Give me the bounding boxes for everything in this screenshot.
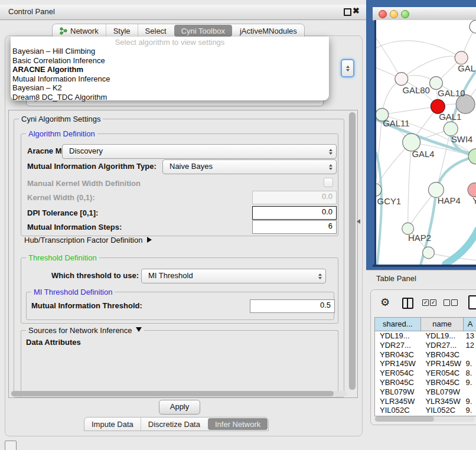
inference-algorithm-combo-arrow[interactable] [341, 59, 354, 77]
which-threshold-label: Which threshold to use: [51, 271, 139, 280]
column-layout-icon[interactable] [402, 298, 413, 309]
network-node-gal10[interactable] [429, 77, 442, 90]
network-node[interactable] [470, 20, 476, 33]
gear-icon[interactable]: ⚙ [380, 296, 390, 309]
bottom-tab-discretize-data[interactable]: Discretize Data [141, 418, 207, 431]
tab-style[interactable]: Style [106, 24, 138, 37]
network-canvas-frame [373, 265, 476, 267]
hub-expander[interactable]: Hub/Transcription Factor Definition [24, 236, 152, 247]
table-header-1[interactable]: shared... [375, 318, 421, 331]
apply-button[interactable]: Apply [159, 400, 200, 415]
mi-steps-label: Mutual Information Steps: [27, 223, 122, 231]
network-window-titlebar[interactable] [373, 7, 476, 21]
network-node-gal80[interactable] [395, 73, 408, 86]
tab-jactivemnodules[interactable]: jActiveMNodules [233, 24, 304, 37]
which-threshold-value: MI Threshold [148, 271, 193, 280]
mi-type-combo[interactable]: Naive Bayes [162, 159, 337, 174]
network-node[interactable] [423, 247, 435, 259]
close-icon[interactable]: ✖ [353, 6, 360, 15]
mi-threshold-field[interactable]: 0.5 [250, 299, 335, 313]
kernel-width-field[interactable]: 0.0 [252, 191, 337, 204]
table-row[interactable]: YBR043CYBR043C [375, 350, 476, 360]
aracne-mode-combo[interactable]: Discovery [62, 144, 337, 159]
tab-network[interactable]: Network [53, 24, 106, 37]
minimize-traffic-light-icon[interactable] [390, 10, 398, 18]
table-cell: 13 [464, 331, 476, 341]
table-row[interactable]: YPR145WYPR145W9. [375, 359, 476, 369]
table-row[interactable]: YBL079WYBL079W [375, 387, 476, 397]
zoom-traffic-light-icon[interactable] [401, 10, 409, 18]
algorithm-option[interactable]: ARACNE Algorithm [12, 65, 319, 74]
tab-label: Infer Network [215, 420, 260, 429]
network-node-label: GAL [458, 64, 475, 73]
algorithm-definition-legend: Algorithm Definition [26, 129, 97, 138]
bottom-tab-infer-network[interactable]: Infer Network [208, 418, 268, 430]
checked-column-icon[interactable]: ✓ [422, 299, 429, 306]
which-threshold-combo[interactable]: MI Threshold [141, 269, 326, 283]
algorithm-option[interactable]: Mutual Information Inference [12, 74, 319, 83]
network-node-hap4[interactable] [428, 182, 444, 198]
network-node-y[interactable] [468, 183, 476, 197]
cyni-algorithm-settings-legend: Cyni Algorithm Settings [19, 115, 103, 123]
hub-expander-label: Hub/Transcription Factor Definition [24, 236, 142, 244]
algorithm-option[interactable]: Dream8 DC_TDC Algorithm [12, 93, 319, 102]
algorithm-option[interactable]: Bayesian – K2 [12, 83, 319, 92]
combo-spinner-icon [318, 273, 322, 279]
threshold-definition-group: Threshold Definition Which threshold to … [21, 257, 338, 324]
network-edge[interactable] [376, 41, 461, 58]
table-cell: YIL052C [420, 406, 464, 413]
network-node-gal4[interactable] [403, 133, 420, 151]
dpi-tolerance-field[interactable]: 0.0 [252, 206, 337, 220]
table-cell: YBL079W [420, 387, 464, 397]
table-cell: 9. [464, 378, 476, 387]
network-node[interactable] [468, 149, 476, 164]
table-horizontal-scrollbar[interactable] [374, 416, 475, 422]
network-edge[interactable] [408, 142, 412, 229]
network-node-label: GAL10 [438, 89, 465, 98]
panel-divider-arrow[interactable] [357, 219, 360, 224]
network-canvas[interactable]: GALGAL80GAL10GAL1GAL11SWI4GAL4GCY1HAP4YH… [374, 20, 476, 265]
table-row[interactable]: YDL19...YDL19...13 [375, 331, 476, 341]
checked-column-icon[interactable]: ✓ [430, 299, 436, 306]
settings-vertical-scrollbar[interactable] [348, 112, 356, 390]
kernel-width-label: Kernel Width (0,1): [27, 193, 95, 202]
close-traffic-light-icon[interactable] [379, 10, 387, 18]
table-row[interactable]: YDR27...YDR27...12 [375, 341, 476, 350]
algorithm-dropdown-list: Select algorithm to view settings Bayesi… [11, 37, 329, 100]
table-row[interactable]: YIL052CYIL052C9. [375, 406, 476, 413]
algorithm-option[interactable]: Bayesian – Hill Climbing [12, 47, 319, 56]
combo-spinner-icon [329, 149, 332, 155]
sources-legend-text: Sources for Network Inference [28, 326, 132, 335]
mi-type-value: Naive Bayes [169, 162, 213, 171]
table-row[interactable]: YLR345WYLR345W9. [375, 397, 476, 406]
tab-label: jActiveMNodules [240, 27, 297, 35]
network-node-label: SWI4 [451, 135, 472, 144]
manual-kernel-checkbox[interactable] [324, 178, 333, 187]
tab-cyni-toolbox[interactable]: Cyni Toolbox [174, 25, 232, 37]
tab-select[interactable]: Select [138, 24, 174, 37]
table-row[interactable]: YER054CYER054C8. [375, 369, 476, 378]
network-node-label: HAP4 [438, 196, 461, 206]
tab-label: Discretize Data [148, 420, 200, 429]
sources-legend[interactable]: Sources for Network Inference [26, 326, 144, 335]
unchecked-column-icon[interactable] [451, 299, 458, 306]
settings-horizontal-scrollbar[interactable] [11, 391, 347, 396]
page-icon[interactable] [468, 295, 476, 309]
tab-label: Select [145, 27, 167, 35]
table-row[interactable]: YBR045CYBR045C9. [375, 378, 476, 387]
algorithm-option[interactable]: Basic Correlation Inference [12, 56, 319, 65]
network-node-gal[interactable] [455, 51, 468, 64]
tab-label: Style [113, 27, 131, 35]
network-edge[interactable] [382, 106, 438, 115]
table-header-3[interactable]: A [464, 318, 476, 331]
mi-steps-field[interactable]: 6 [252, 220, 337, 234]
bottom-tab-impute-data[interactable]: Impute Data [84, 418, 141, 431]
table-cell: YBR045C [375, 378, 420, 387]
network-node-swi4[interactable] [444, 122, 458, 136]
unchecked-column-icon[interactable] [444, 299, 450, 306]
table-cell: 9. [464, 359, 476, 369]
table-header-2[interactable]: name [421, 318, 464, 331]
network-node-gal1[interactable] [431, 99, 445, 113]
bottom-corner-button[interactable] [5, 441, 17, 450]
float-window-icon[interactable] [344, 8, 351, 16]
